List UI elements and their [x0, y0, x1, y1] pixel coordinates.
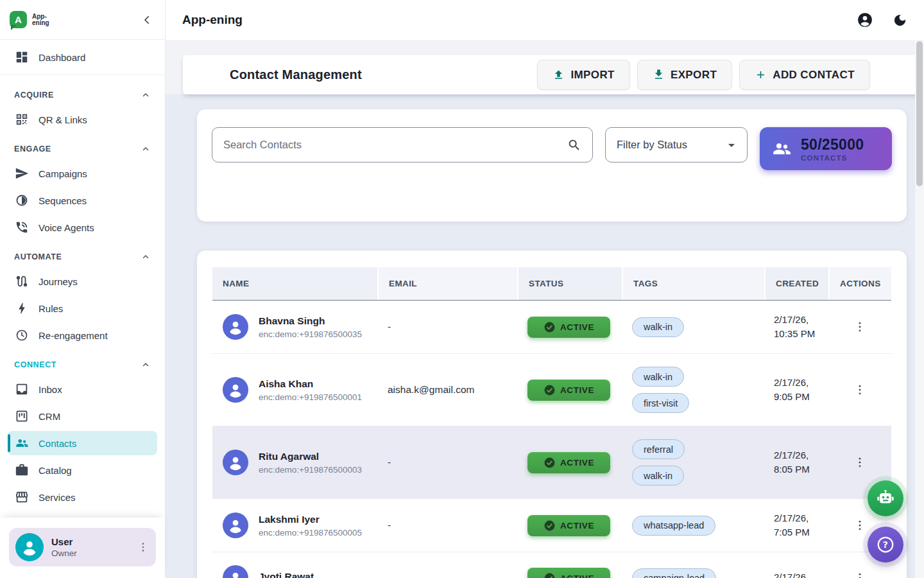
sidebar-item-catalog[interactable]: Catalog: [8, 458, 157, 482]
clock-icon: [15, 328, 29, 342]
tag-pill: walk-in: [632, 367, 684, 387]
contact-avatar: [223, 450, 248, 475]
contacts-table: NAMEEMAILSTATUSTAGSCREATEDACTIONS Bhavna…: [197, 250, 907, 578]
sidebar-item-contacts[interactable]: Contacts: [8, 431, 157, 455]
storefront-icon: [15, 490, 29, 504]
contact-name: Aisha Khan: [259, 378, 362, 390]
scrollbar-track[interactable]: [915, 40, 924, 578]
help-fab[interactable]: ?: [868, 527, 903, 563]
status-badge: ACTIVE: [527, 515, 610, 536]
check-circle-icon: [543, 572, 556, 578]
tag-pill: referral: [632, 439, 685, 459]
add-contact-button[interactable]: ADD CONTACT: [739, 60, 870, 90]
contact-tags: walk-in: [622, 317, 764, 337]
account-icon[interactable]: [857, 12, 873, 28]
inbox-icon: [15, 382, 29, 396]
svg-text:?: ?: [883, 539, 888, 550]
search-card: Search Contacts Filter by Status 50/2500…: [197, 109, 907, 222]
export-button[interactable]: EXPORT: [637, 60, 732, 90]
column-header-email: EMAIL: [377, 267, 517, 300]
contacts-caption: CONTACTS: [801, 154, 864, 162]
sequences-icon: [15, 193, 29, 207]
row-actions-kebab[interactable]: [853, 518, 867, 532]
status-badge: ACTIVE: [527, 317, 610, 338]
app-logo-text: App- ening: [32, 13, 49, 26]
user-card[interactable]: User Owner: [9, 528, 156, 566]
contact-name: Lakshmi Iyer: [259, 514, 362, 525]
tag-pill: walk-in: [632, 466, 684, 486]
search-icon: [567, 138, 581, 152]
table-row[interactable]: Ritu Agarwal enc:demo:+919876500003 - AC…: [212, 426, 891, 499]
chevron-up-icon: [141, 144, 151, 154]
check-circle-icon: [543, 384, 556, 396]
send-icon: [15, 166, 29, 180]
import-button[interactable]: IMPORT: [537, 60, 630, 90]
contact-phone: enc:demo:+919876500001: [259, 392, 362, 402]
user-area: User Owner: [0, 518, 165, 578]
contact-name: Bhavna Singh: [259, 315, 362, 327]
upload-icon: [552, 69, 565, 81]
contact-tags: walk-infirst-visit: [622, 367, 764, 413]
tag-pill: walk-in: [632, 317, 684, 337]
section-header-connect[interactable]: CONNECT: [5, 350, 160, 374]
status-filter-select[interactable]: Filter by Status: [605, 127, 748, 162]
contact-created: 2/17/26, 7:05 PM: [764, 512, 828, 539]
row-actions-kebab[interactable]: [853, 383, 867, 397]
table-row[interactable]: Aisha Khan enc:demo:+919876500001 aisha.…: [212, 354, 891, 426]
dashboard-icon: [15, 50, 29, 64]
table-row[interactable]: Bhavna Singh enc:demo:+919876500035 - AC…: [212, 301, 891, 354]
top-header: App-ening: [166, 0, 924, 40]
table-row[interactable]: Lakshmi Iyer enc:demo:+919876500005 - AC…: [212, 499, 891, 552]
chevron-up-icon: [141, 90, 151, 100]
row-actions-kebab[interactable]: [853, 571, 867, 578]
contact-avatar: [223, 377, 248, 403]
contact-created: 2/17/26, 10:35 PM: [764, 313, 828, 340]
contacts-group-icon: [771, 139, 792, 159]
status-badge: ACTIVE: [527, 452, 610, 473]
table-header: NAMEEMAILSTATUSTAGSCREATEDACTIONS: [212, 267, 891, 301]
contact-created: 2/17/26, 9:05 PM: [764, 376, 828, 403]
chatbot-fab[interactable]: [868, 480, 903, 516]
row-actions-kebab[interactable]: [853, 455, 867, 469]
tag-pill: first-visit: [632, 393, 689, 413]
check-circle-icon: [543, 520, 556, 532]
app-logo: A: [10, 11, 27, 28]
sidebar-item-journeys[interactable]: Journeys: [8, 269, 157, 293]
bag-icon: [15, 463, 29, 477]
scrollbar-thumb[interactable]: [916, 41, 923, 186]
sidebar-item-inbox[interactable]: Inbox: [8, 377, 157, 401]
section-header-acquire[interactable]: ACQUIRE: [5, 80, 160, 105]
row-actions-kebab[interactable]: [853, 320, 867, 334]
sidebar-item-services[interactable]: Services: [8, 485, 157, 509]
contacts-count: 50/25000: [801, 136, 864, 153]
search-input[interactable]: Search Contacts: [212, 127, 593, 162]
chevron-up-icon: [141, 252, 151, 262]
check-circle-icon: [543, 321, 556, 333]
sidebar-item-campaigns[interactable]: Campaigns: [8, 161, 157, 186]
sidebar-collapse-button[interactable]: [141, 13, 153, 26]
sidebar-item-qr-links[interactable]: QR & Links: [8, 107, 157, 132]
sidebar-item-re-engagement[interactable]: Re-engagement: [8, 323, 157, 347]
dark-mode-icon[interactable]: [893, 13, 907, 28]
route-icon: [15, 274, 29, 288]
sidebar-item-label: Dashboard: [38, 52, 85, 63]
contact-email: aisha.k@gmail.com: [377, 384, 517, 396]
sidebar-item-dashboard[interactable]: Dashboard: [8, 45, 157, 69]
chevron-up-icon: [141, 360, 151, 370]
sidebar-item-crm[interactable]: CRM: [8, 404, 157, 428]
section-header-automate[interactable]: AUTOMATE: [5, 242, 160, 267]
contact-name: Jyoti Rawat: [259, 571, 314, 578]
table-row[interactable]: Jyoti Rawat ACTIVE campaign-lead 2/17/26…: [212, 552, 891, 578]
contact-phone: enc:demo:+919876500005: [259, 528, 362, 538]
user-menu-kebab[interactable]: [137, 541, 150, 554]
sidebar-item-appointments[interactable]: Appointments: [8, 512, 157, 518]
section-header-engage[interactable]: ENGAGE: [5, 134, 160, 159]
chevron-down-icon: [724, 137, 739, 153]
sidebar-item-rules[interactable]: Rules: [8, 296, 157, 320]
sidebar-item-sequences[interactable]: Sequences: [8, 188, 157, 213]
tag-pill: campaign-lead: [632, 568, 716, 578]
contact-email: -: [377, 457, 517, 468]
sidebar-item-voice-agents[interactable]: Voice Agents: [8, 215, 157, 240]
people-icon: [15, 436, 29, 450]
column-header-created: CREATED: [764, 267, 828, 300]
